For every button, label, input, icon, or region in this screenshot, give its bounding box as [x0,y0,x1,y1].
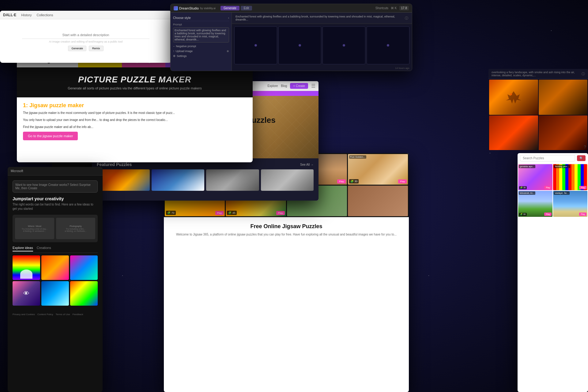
shortcuts-label: Shortcuts [375,6,388,10]
dalle-prompt-input[interactable] [22,31,149,39]
dreamstudio-main: Enchanted forest with glowing fireflies … [232,13,412,71]
dreamstudio-shortcuts: Shortcuts ⌘ K 17.8 [375,6,409,10]
dalle-titlebar: DALL·E History Collections [0,11,172,19]
pg-nav-explore[interactable]: Explore [267,84,278,88]
spp-puzzle-beach[interactable]: Vaitāpē, Île... Play [553,191,587,217]
dragon-image-3 [489,115,538,150]
j365-free-section: Free Online Jigsaw Puzzles Welcome to Ji… [164,217,409,243]
ms-image-abstract1[interactable] [41,255,69,280]
spp-search-input[interactable] [520,155,575,161]
ds-timestamp: 14 hours ago [232,67,412,71]
puzzel-jigsaw-text1: The jigsaw puzzle maker is the most comm… [23,111,247,115]
ds-choose-style[interactable]: Choose style [173,16,191,20]
pg-puzzle-card-2[interactable] [152,169,205,191]
j365-play-btn-4[interactable]: Play [398,179,407,183]
ms-image-abstract2[interactable] [70,255,98,280]
ds-image-dot-3 [343,44,345,47]
ms-footer-terms[interactable]: Terms of Use [56,313,70,316]
ds-prompt-bar-text: Enchanted forest with glowing fireflies … [236,15,402,21]
ds-dragon-slot-3 [489,115,538,150]
ds-dragon-slot-4: ? [539,115,588,150]
ds-upload-image[interactable]: ↑ Upload image ⊕ [173,49,229,54]
puzzel-jigsaw-title: 1: Jigsaw puzzle maker [23,102,247,109]
ms-carousel-item-1[interactable]: Where / Mood Try including a line of day… [15,218,54,239]
ms-prompt-input[interactable]: Want to see how Image Creator works? Sel… [13,180,98,193]
ds-prompt-text[interactable]: Enchanted forest with glowing fireflies … [173,27,229,43]
ds-image-slot-4 [367,26,409,64]
ds-info-icon: ⓘ [405,16,408,21]
ms-carousel-item-2[interactable]: Photography Try including a film...a fee… [56,218,95,239]
dalle-nav-collections[interactable]: Collections [37,13,53,17]
spp-play-princess[interactable]: Play [544,186,552,189]
j365-puzzle-puppies[interactable]: Five Golden... 🧩 30 Play [348,154,408,185]
ms-footer-feedback[interactable]: Feedback [73,313,83,316]
ds-settings[interactable]: ⚙ Settings [173,54,229,58]
pg-see-all-link[interactable]: See All → [300,163,314,166]
pg-menu-icon[interactable]: ☰ [311,83,315,89]
ms-img-abstract1-bg [41,255,69,280]
dalle-nav-history[interactable]: History [21,13,32,17]
dragon-image-2 [539,80,588,115]
dreamstudio-edit-btn[interactable]: Edit [241,6,252,10]
spp-label-princess: geralda aps... [519,165,535,168]
j365-play-btn-3[interactable]: Play [337,179,346,183]
ms-tab-explore[interactable]: Explore ideas [13,246,33,251]
dreamstudio-logo: DreamStudio by stability.ai [174,6,216,10]
spp-puzzle-princess[interactable]: geralda aps... 🧩 30 Play [518,164,552,190]
pg-featured-section: Featured Puzzles See All → [92,158,318,201]
spp-play-beach[interactable]: Play [579,213,586,216]
puzzel-hero: PICTURE PUZZLE MAKER Generate all sorts … [17,67,253,97]
ms-carousel: Where / Mood Try including a line of day… [13,215,98,242]
spp-label-windmill: Windmill, Ki... [519,191,535,195]
ms-footer-policy[interactable]: Content Policy [37,313,53,316]
j365-puzzle-badge-5: 🧩 70 [166,211,176,215]
ms-footer: Privacy and Cookies Content Policy Terms… [8,311,103,318]
pg-puzzle-card-3[interactable] [206,169,259,191]
ms-footer-privacy[interactable]: Privacy and Cookies [13,313,35,316]
pg-puzzle-img-2 [152,169,205,191]
spp-search-area: 🔍 [518,153,588,164]
ms-image-colorful[interactable] [70,281,98,306]
dalle-content: AI image creation and editing of text/im… [0,19,172,63]
ds-image-dot-4 [387,44,389,47]
puzzel-hero-title: PICTURE PUZZLE MAKER [23,75,247,85]
spp-puzzle-windmill[interactable]: Windmill, Ki... 🧩 60 Play [518,191,552,217]
dreamstudio-generate-btn[interactable]: Generate [221,6,239,10]
j365-puzzle-badge-4: 🧩 30 [349,179,359,183]
j365-puzzle-empty2 [348,186,408,216]
j365-puzzle-label-4: Five Golden... [349,155,366,159]
j365-play-btn-5[interactable]: Play [215,211,224,215]
spp-search-button[interactable]: 🔍 [577,155,586,161]
ms-image-eye[interactable]: 👁 [13,281,40,306]
ds-image-slot-3 [322,26,365,64]
ds-negative-prompt[interactable]: − Negative prompt [173,44,229,49]
ms-image-grid: 👁 [13,255,98,306]
spp-play-windmill[interactable]: Play [544,213,552,216]
dalle-remix-button[interactable]: Remix [89,46,104,51]
spp-puzzle-pencils[interactable]: Testing pen... Play [553,164,587,190]
dreamstudio-sidebar: Choose style › Prompt Enchanted forest w… [171,13,232,71]
dalle-generate-button[interactable]: Generate [68,46,86,51]
pg-nav-blog[interactable]: Blog [281,84,287,88]
dreamstudio-credits: 17.8 [399,6,409,10]
ms-image-rainbow[interactable] [13,255,40,280]
j365-play-btn-6[interactable]: Play [276,211,285,215]
ms-tab-creations[interactable]: Creations [37,246,51,251]
spp-play-pencils[interactable]: Play [579,186,586,189]
svg-point-0 [510,93,512,95]
pg-puzzle-card-4[interactable] [261,169,314,191]
pg-puzzle-card-1[interactable] [97,169,150,191]
spp-badge-princess: 🧩 30 [519,186,527,189]
ms-image-butterfly[interactable] [41,281,69,306]
puzzel-jigsaw-cta-button[interactable]: Go to the jigsaw puzzle maker [23,132,78,140]
ds-dragon-grid: ? [488,79,588,150]
dreamstudio-window: DreamStudio by stability.ai Generate Edi… [170,4,412,71]
ms-titlebar: Microsoft [8,167,103,175]
puzzel-hero-sub: Generate all sorts of picture puzzles vi… [23,86,247,90]
pg-featured-title: Featured Puzzles [97,162,132,167]
pg-featured-header: Featured Puzzles See All → [97,162,314,167]
spp-label-pencils: Testing pen... [554,165,570,168]
dreamstudio-dragon-area: overlooking a fiery landscape, with smok… [488,69,588,150]
pg-create-button[interactable]: + Create [290,83,308,89]
question-mark-icon: ? [584,145,586,149]
